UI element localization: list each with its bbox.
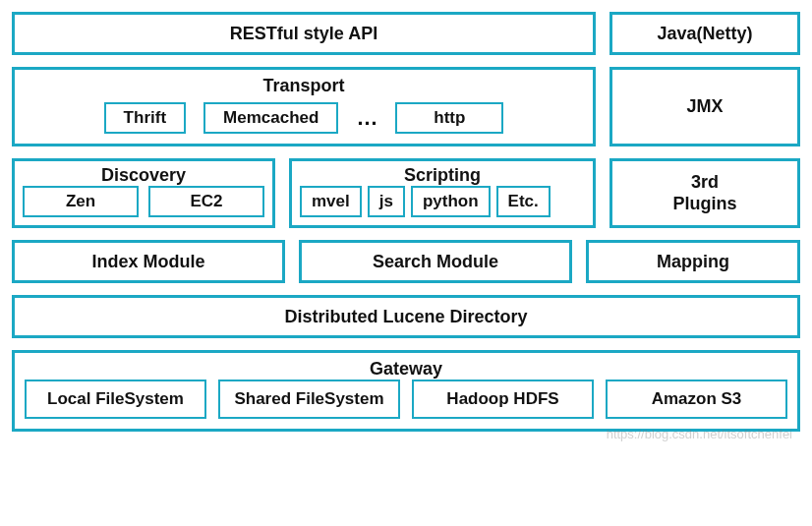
mapping-box: Mapping [586, 240, 800, 283]
restful-api-label: RESTful style API [230, 24, 377, 44]
java-netty-box: Java(Netty) [609, 12, 800, 55]
gateway-items: Local FileSystem Shared FileSystem Hadoo… [25, 380, 787, 419]
row-modules: Index Module Search Module Mapping [12, 240, 800, 283]
gateway-local-fs: Local FileSystem [25, 380, 206, 419]
scripting-mvel: mvel [300, 186, 362, 217]
row-gateway: Gateway Local FileSystem Shared FileSyst… [12, 350, 800, 432]
search-module-label: Search Module [373, 252, 498, 272]
jmx-box: JMX [609, 67, 800, 146]
transport-http: http [395, 102, 503, 134]
transport-ellipsis: … [356, 105, 377, 131]
gateway-s3: Amazon S3 [606, 380, 787, 419]
jmx-label: JMX [686, 96, 723, 117]
discovery-box: Discovery Zen EC2 [12, 158, 275, 228]
discovery-ec2: EC2 [148, 186, 264, 217]
transport-items: Thrift Memcached … http [25, 102, 583, 134]
lucene-box: Distributed Lucene Directory [12, 295, 800, 338]
gateway-hadoop: Hadoop HDFS [412, 380, 594, 419]
gateway-shared-fs: Shared FileSystem [218, 380, 400, 419]
scripting-etc: Etc. [496, 186, 551, 217]
scripting-python: python [411, 186, 491, 217]
transport-title: Transport [262, 76, 344, 96]
plugins-box: 3rd Plugins [609, 158, 800, 228]
scripting-box: Scripting mvel js python Etc. [289, 158, 596, 228]
transport-memcached: Memcached [203, 102, 338, 134]
gateway-box: Gateway Local FileSystem Shared FileSyst… [12, 350, 800, 432]
index-module-box: Index Module [12, 240, 285, 283]
index-module-label: Index Module [91, 252, 204, 272]
scripting-title: Scripting [404, 165, 481, 186]
scripting-js: js [368, 186, 405, 217]
restful-api-box: RESTful style API [12, 12, 596, 55]
mapping-label: Mapping [657, 252, 729, 272]
search-module-box: Search Module [299, 240, 572, 283]
transport-thrift: Thrift [104, 102, 186, 134]
row-discovery-scripting: Discovery Zen EC2 Scripting mvel js pyth… [12, 158, 800, 228]
discovery-items: Zen EC2 [23, 186, 264, 217]
lucene-label: Distributed Lucene Directory [284, 307, 527, 327]
plugins-line1: 3rd [691, 172, 719, 194]
row-lucene: Distributed Lucene Directory [12, 295, 800, 338]
discovery-zen: Zen [23, 186, 139, 217]
plugins-line2: Plugins [672, 194, 736, 215]
java-netty-label: Java(Netty) [657, 24, 752, 44]
scripting-items: mvel js python Etc. [300, 186, 585, 217]
row-transport: Transport Thrift Memcached … http JMX [12, 67, 800, 146]
discovery-title: Discovery [101, 165, 186, 186]
transport-box: Transport Thrift Memcached … http [12, 67, 596, 146]
row-api: RESTful style API Java(Netty) [12, 12, 800, 55]
gateway-title: Gateway [370, 359, 442, 380]
